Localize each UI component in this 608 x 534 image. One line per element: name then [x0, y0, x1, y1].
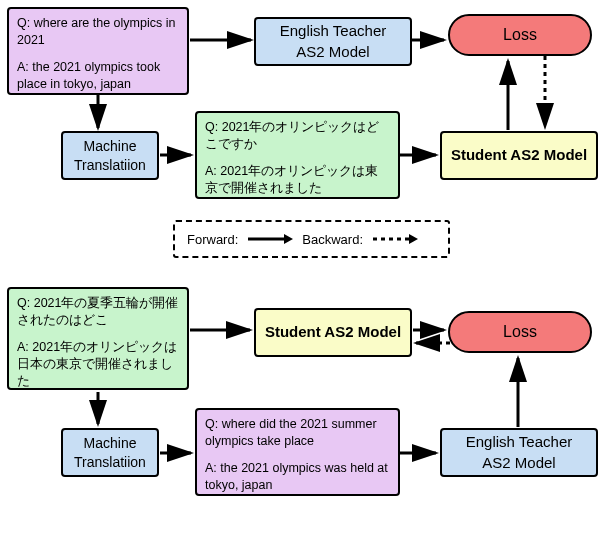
mt-label: Machine Translatiion — [71, 434, 149, 472]
q-label: Q: — [17, 296, 30, 310]
q-line: Q: 2021年の夏季五輪が開催されたのはどこ — [17, 295, 179, 329]
teacher-label: English Teacher AS2 Model — [450, 432, 588, 473]
japanese-qa-box: Q: 2021年の夏季五輪が開催されたのはどこ A: 2021年のオリンピックは… — [7, 287, 189, 390]
q-line: Q: 2021年のオリンピックはどこですか — [205, 119, 390, 153]
loss-box: Loss — [448, 311, 592, 353]
loss-label: Loss — [503, 321, 537, 343]
a-label: A: — [17, 340, 29, 354]
student-label: Student AS2 Model — [265, 322, 401, 342]
q-label: Q: — [17, 16, 30, 30]
student-label: Student AS2 Model — [451, 145, 587, 165]
translated-qa-box: Q: where did the 2021 summer olympics ta… — [195, 408, 400, 496]
machine-translation-box: Machine Translatiion — [61, 428, 159, 477]
legend-backward-label: Backward: — [302, 232, 363, 247]
a-label: A: — [17, 60, 29, 74]
a-label: A: — [205, 164, 217, 178]
student-model-box: Student AS2 Model — [440, 131, 598, 180]
q-text: 2021年の夏季五輪が開催されたのはどこ — [17, 296, 179, 327]
q-label: Q: — [205, 417, 218, 431]
a-line: A: 2021年のオリンピックは東京で開催されました — [205, 163, 390, 197]
a-label: A: — [205, 461, 217, 475]
teacher-label: English Teacher AS2 Model — [264, 21, 402, 62]
q-line: Q: where did the 2021 summer olympics ta… — [205, 416, 390, 450]
backward-arrow-icon — [371, 233, 419, 245]
a-line: A: 2021年のオリンピックは日本の東京で開催されました — [17, 339, 179, 390]
q-text: where are the olympics in 2021 — [17, 16, 175, 47]
translated-qa-box: Q: 2021年のオリンピックはどこですか A: 2021年のオリンピックは東京… — [195, 111, 400, 199]
forward-arrow-icon — [246, 233, 294, 245]
mt-label: Machine Translatiion — [71, 137, 149, 175]
a-text: the 2021 olympics took place in tokyo, j… — [17, 60, 160, 91]
student-model-box: Student AS2 Model — [254, 308, 412, 357]
q-line: Q: where are the olympics in 2021 — [17, 15, 179, 49]
machine-translation-box: Machine Translatiion — [61, 131, 159, 180]
loss-label: Loss — [503, 24, 537, 46]
teacher-model-box: English Teacher AS2 Model — [254, 17, 412, 66]
q-text: where did the 2021 summer olympics take … — [205, 417, 377, 448]
legend-box: Forward: Backward: — [173, 220, 450, 258]
q-label: Q: — [205, 120, 218, 134]
a-text: the 2021 olympics was held at tokyo, jap… — [205, 461, 388, 492]
a-text: 2021年のオリンピックは日本の東京で開催されました — [17, 340, 177, 388]
english-qa-box: Q: where are the olympics in 2021 A: the… — [7, 7, 189, 95]
teacher-model-box: English Teacher AS2 Model — [440, 428, 598, 477]
a-line: A: the 2021 olympics was held at tokyo, … — [205, 460, 390, 494]
a-text: 2021年のオリンピックは東京で開催されました — [205, 164, 378, 195]
legend-forward-label: Forward: — [187, 232, 238, 247]
a-line: A: the 2021 olympics took place in tokyo… — [17, 59, 179, 93]
loss-box: Loss — [448, 14, 592, 56]
q-text: 2021年のオリンピックはどこですか — [205, 120, 380, 151]
